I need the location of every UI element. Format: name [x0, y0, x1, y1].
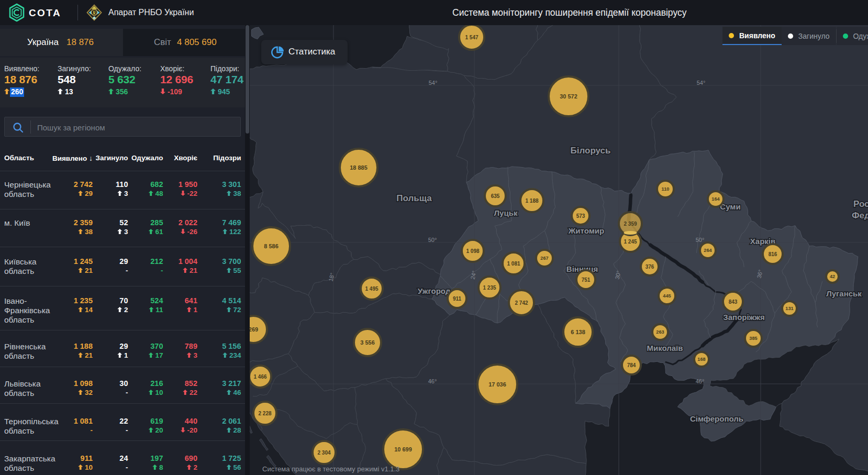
svg-text:50°: 50°: [696, 237, 705, 243]
svg-text:131: 131: [785, 306, 793, 311]
svg-text:Польща: Польща: [396, 193, 432, 203]
svg-text:168: 168: [697, 357, 705, 362]
svg-text:264: 264: [704, 248, 712, 253]
svg-text:50°: 50°: [428, 237, 437, 243]
svg-text:54°: 54°: [697, 80, 706, 86]
svg-text:843: 843: [729, 299, 738, 305]
svg-text:1 188: 1 188: [525, 198, 538, 204]
svg-text:Російська: Російська: [853, 199, 868, 209]
svg-text:1 547: 1 547: [465, 35, 478, 40]
svg-text:Миколаїв: Миколаїв: [647, 344, 683, 352]
svg-text:54°: 54°: [429, 80, 438, 86]
svg-text:3 556: 3 556: [360, 339, 375, 346]
svg-text:1 245: 1 245: [624, 239, 637, 245]
svg-text:Ужгород: Ужгород: [418, 286, 451, 295]
svg-text:267: 267: [540, 256, 548, 261]
svg-text:1 235: 1 235: [483, 285, 496, 291]
svg-text:445: 445: [663, 293, 671, 299]
svg-text:635: 635: [491, 193, 500, 199]
svg-text:46°: 46°: [696, 378, 705, 384]
svg-text:1 081: 1 081: [507, 261, 520, 267]
svg-text:263: 263: [656, 329, 664, 335]
svg-text:1 098: 1 098: [466, 248, 479, 254]
svg-text:751: 751: [582, 277, 591, 283]
svg-text:8 586: 8 586: [264, 243, 279, 249]
svg-text:816: 816: [769, 251, 777, 257]
svg-text:385: 385: [749, 336, 757, 341]
svg-text:17 036: 17 036: [488, 381, 506, 388]
svg-text:2 304: 2 304: [317, 450, 330, 456]
svg-text:Білорусь: Білорусь: [571, 146, 611, 156]
svg-text:2 742: 2 742: [515, 300, 528, 306]
svg-text:269: 269: [249, 326, 258, 333]
svg-text:1 495: 1 495: [365, 286, 378, 292]
svg-text:376: 376: [646, 264, 654, 270]
svg-text:42: 42: [830, 274, 835, 279]
svg-text:164: 164: [711, 196, 720, 202]
svg-text:18 885: 18 885: [350, 164, 368, 171]
svg-text:Федерація: Федерація: [852, 211, 868, 220]
svg-text:2 359: 2 359: [624, 221, 637, 227]
svg-text:784: 784: [627, 362, 636, 368]
svg-text:573: 573: [576, 213, 585, 219]
svg-text:Запоріжжя: Запоріжжя: [723, 313, 764, 322]
svg-text:30 572: 30 572: [560, 93, 577, 100]
svg-text:110: 110: [662, 186, 670, 192]
svg-text:6 138: 6 138: [571, 329, 585, 335]
svg-text:Сімферополь: Сімферополь: [690, 414, 743, 423]
svg-text:46°: 46°: [428, 378, 437, 384]
svg-text:Луганськ: Луганськ: [826, 289, 862, 298]
svg-text:10 699: 10 699: [394, 446, 412, 452]
svg-text:Житомир: Житомир: [568, 226, 604, 235]
svg-text:911: 911: [453, 296, 462, 302]
svg-text:1 466: 1 466: [253, 374, 266, 380]
svg-text:2 228: 2 228: [258, 411, 271, 416]
svg-text:Луцьк: Луцьк: [494, 208, 518, 217]
